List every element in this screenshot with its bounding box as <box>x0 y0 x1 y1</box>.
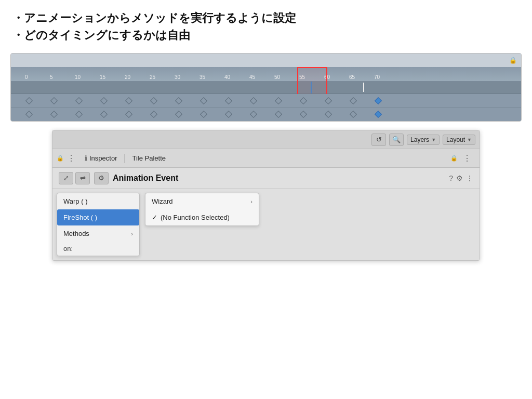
methods-label: Methods <box>63 230 89 237</box>
ruler-tick-55: 55 <box>301 74 326 80</box>
layers-dropdown[interactable]: Layers ▼ <box>407 135 440 145</box>
playhead-line <box>311 82 312 94</box>
header-section: ・アニメーションからメソッドを実行するように設定 ・どのタイミングにするかは自由 <box>0 0 532 51</box>
keyframe-diamond <box>100 111 108 118</box>
tile-palette-label: Tile Palette <box>132 154 166 162</box>
tab-inspector[interactable]: ℹ Inspector <box>79 152 122 164</box>
keyframe-diamond <box>225 111 232 118</box>
function-on-label: on: <box>57 242 139 256</box>
ruler-tick-20: 20 <box>126 74 151 80</box>
primary-dropdown-menu: Warp ( ) FireShot ( ) Methods › on: <box>57 193 140 256</box>
menus-area: Warp ( ) FireShot ( ) Methods › on: Wiza… <box>52 189 480 260</box>
keyframe-diamond <box>325 111 332 118</box>
header-line2: ・どのタイミングにするかは自由 <box>12 26 520 44</box>
tab-lock-icon-right: 🔒 <box>450 155 458 162</box>
keyframe-diamond <box>50 97 58 104</box>
keyframe-diamond <box>25 111 33 118</box>
expand-icon-btn[interactable]: ⤢ <box>59 172 73 184</box>
link-icon-btn[interactable]: ⇌ <box>75 172 90 184</box>
keyframe-diamond <box>75 97 83 104</box>
secondary-dropdown-menu: Wizard › ✓ (No Function Selected) <box>145 193 259 226</box>
panel-content-row: ⤢ ⇌ ⚙ Animation Event ? ⚙ ⋮ <box>52 168 480 189</box>
ruler-tick-35: 35 <box>201 74 226 80</box>
layout-dropdown[interactable]: Layout ▼ <box>443 135 475 145</box>
panel-toolbar: ↺ 🔍 Layers ▼ Layout ▼ <box>52 130 480 149</box>
keyframe-diamond <box>200 111 207 118</box>
layout-label: Layout <box>446 136 465 143</box>
keyframe-diamond <box>350 111 357 118</box>
no-function-label: (No Function Selected) <box>161 214 230 221</box>
ruler-tick-0: 0 <box>26 74 51 80</box>
keyframe-diamond-blue <box>375 111 382 118</box>
keyframe-diamond <box>350 97 357 104</box>
ruler-tick-10: 10 <box>76 74 101 80</box>
layers-dropdown-arrow: ▼ <box>431 137 436 142</box>
more-icon[interactable]: ⋮ <box>466 174 473 182</box>
secondary-playhead <box>363 83 364 92</box>
search-button[interactable]: 🔍 <box>389 134 404 146</box>
no-function-menu-item[interactable]: ✓ (No Function Selected) <box>145 209 259 225</box>
tab-dots-icon[interactable]: ⋮ <box>67 153 75 163</box>
methods-menu-item[interactable]: Methods › <box>57 225 139 242</box>
keyframe-diamond <box>250 97 257 104</box>
search-icon: 🔍 <box>392 136 401 143</box>
keyframe-diamond <box>125 111 132 118</box>
expand-icon: ⤢ <box>63 174 69 182</box>
header-line1: ・アニメーションからメソッドを実行するように設定 <box>12 9 520 26</box>
keyframe-diamond <box>25 97 33 104</box>
no-function-text-wrapper: ✓ (No Function Selected) <box>152 214 230 221</box>
keyframe-diamond <box>225 97 232 104</box>
keyframe-row-2 <box>11 108 521 121</box>
link-icon: ⇌ <box>80 174 86 182</box>
keyframe-diamond <box>325 97 332 104</box>
inspector-info-icon: ℹ <box>85 154 87 162</box>
bottom-panel: ↺ 🔍 Layers ▼ Layout ▼ 🔒 ⋮ ℹ Inspector Ti… <box>52 130 480 261</box>
layers-label: Layers <box>410 136 429 143</box>
tab-dots-icon-right[interactable]: ⋮ <box>463 153 471 163</box>
fireshot-label: FireShot ( ) <box>63 214 97 221</box>
timeline-ruler: 0 5 10 15 20 25 30 35 40 45 50 55 60 65 … <box>11 67 521 82</box>
inspector-tab-label: Inspector <box>89 154 117 162</box>
timeline-lock-icon: 🔒 <box>509 57 517 64</box>
ruler-tick-5: 5 <box>51 74 76 80</box>
gear-icon-btn[interactable]: ⚙ <box>94 172 109 184</box>
ruler-tick-70: 70 <box>376 74 401 80</box>
warp-menu-item[interactable]: Warp ( ) <box>57 193 139 209</box>
wizard-label: Wizard <box>152 197 172 205</box>
keyframe-diamond <box>125 97 132 104</box>
keyframe-diamond <box>300 97 307 104</box>
timeline-top-bar: 🔒 <box>11 54 521 67</box>
keyframe-diamond <box>75 111 83 118</box>
gear-icon: ⚙ <box>98 174 104 182</box>
keyframe-diamond <box>275 97 282 104</box>
keyframe-diamond <box>300 111 307 118</box>
tab-lock-icon: 🔒 <box>57 155 64 162</box>
keyframe-diamond-blue <box>375 97 382 104</box>
wizard-arrow: › <box>250 198 252 205</box>
wizard-menu-item[interactable]: Wizard › <box>145 193 259 209</box>
ruler-numbers: 0 5 10 15 20 25 30 35 40 45 50 55 60 65 … <box>11 74 521 80</box>
ruler-tick-15: 15 <box>101 74 126 80</box>
timeline-playhead-area[interactable] <box>11 82 521 94</box>
animation-event-title: Animation Event <box>113 174 449 183</box>
keyframe-diamond <box>175 111 182 118</box>
settings-icon[interactable]: ⚙ <box>456 174 463 182</box>
check-mark: ✓ <box>152 214 157 221</box>
panel-tabs-right: 🔒 ⋮ <box>450 153 475 163</box>
panel-tabs-row: 🔒 ⋮ ℹ Inspector Tile Palette 🔒 ⋮ <box>52 149 480 168</box>
keyframe-diamond <box>275 111 282 118</box>
fireshot-menu-item[interactable]: FireShot ( ) <box>57 209 139 225</box>
keyframe-diamond <box>150 97 157 104</box>
ruler-tick-25: 25 <box>151 74 176 80</box>
keyframe-diamond <box>175 97 182 104</box>
ruler-tick-45: 45 <box>251 74 276 80</box>
timeline-rows-wrapper <box>11 94 521 121</box>
keyframe-diamond <box>250 111 257 118</box>
ruler-tick-60: 60 <box>326 74 351 80</box>
ruler-tick-40: 40 <box>226 74 251 80</box>
timeline-section: 🔒 0 5 10 15 20 25 30 35 40 45 50 55 60 6… <box>10 53 522 122</box>
ruler-tick-30: 30 <box>176 74 201 80</box>
history-button[interactable]: ↺ <box>371 134 386 146</box>
tab-tile-palette[interactable]: Tile Palette <box>127 152 171 164</box>
help-icon[interactable]: ? <box>449 174 453 182</box>
